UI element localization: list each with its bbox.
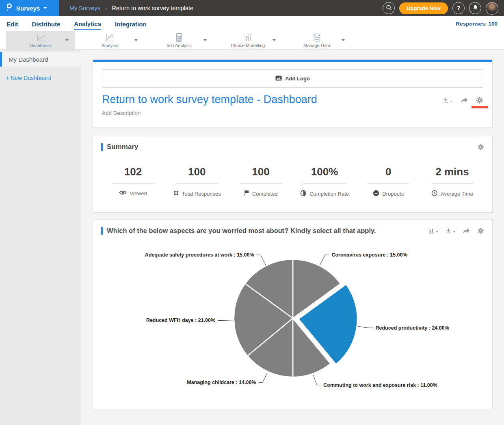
stat-value: 0 (357, 166, 420, 178)
download-button[interactable] (442, 97, 452, 104)
stat-label: Completion Rate (309, 191, 349, 197)
breadcrumb: My Surveys › Return to work survey templ… (69, 0, 193, 16)
stat-dropouts: 0 Dropouts (357, 166, 420, 198)
stat-label: Viewed (130, 190, 147, 196)
chevron-down-icon (450, 101, 452, 103)
breadcrumb-current-survey: Return to work survey template (112, 5, 193, 11)
stat-value: 2 mins (420, 166, 484, 178)
question-mark-icon: ? (457, 5, 461, 11)
add-logo-label: Add Logo (285, 76, 310, 82)
stat-value: 100 (165, 166, 229, 178)
chevron-down-icon (436, 231, 438, 234)
pie-label-leader-line (358, 326, 373, 328)
search-button[interactable] (383, 2, 395, 14)
stat-total-responses: 100 Total Responses (165, 166, 229, 198)
tab-integration[interactable]: Integration (115, 18, 147, 29)
chart-settings-button[interactable] (477, 227, 484, 234)
responses-count: Responses: 100 (456, 21, 498, 27)
stat-label: Total Responses (182, 191, 221, 197)
summary-title: Summary (107, 143, 138, 151)
chevron-down-icon[interactable] (65, 39, 69, 43)
stat-value: 100 (229, 166, 292, 178)
pie-label-leader-line (257, 255, 266, 265)
pie-slice-label: Reduced productivity : 24.00% (376, 325, 449, 331)
pie-slice-label: Coronavirus exposure : 15.00% (331, 252, 407, 258)
upgrade-now-button[interactable]: Upgrade Now (399, 2, 448, 14)
notifications-button[interactable] (469, 2, 481, 14)
pie-slice-label: Adequate safety procedures at work : 15.… (145, 252, 254, 258)
avatar[interactable] (486, 2, 498, 15)
add-description-button[interactable]: Add Description (93, 106, 492, 127)
topbar-actions: Upgrade Now ? (383, 0, 504, 16)
toolbar-tab-analysis[interactable]: Analysis (75, 31, 144, 49)
chevron-down-icon[interactable] (342, 39, 345, 43)
section-accent-bar (101, 227, 103, 235)
questionpro-logo-icon (5, 3, 13, 14)
bell-icon (472, 4, 478, 12)
tab-distribute[interactable]: Distribute (32, 18, 60, 29)
stat-value: 102 (101, 166, 165, 178)
dashboard-header-card: Add Logo Return to work survey template … (93, 59, 493, 128)
stat-completed: 100 Completed (229, 166, 292, 198)
eye-icon (119, 190, 127, 196)
toolbar-tab-choice-modelling[interactable]: Choice Modelling (213, 31, 282, 49)
chart-type-button[interactable] (428, 227, 438, 234)
choice-modelling-icon (243, 32, 253, 43)
pie-label-leader-line (320, 255, 329, 265)
sidebar-item-my-dashboard[interactable]: My Dashboard (0, 52, 81, 67)
contrast-circle-icon (300, 190, 307, 198)
toolbar-tab-label: Choice Modelling (231, 43, 265, 48)
dashboard-sidebar: My Dashboard + New Dashboard (0, 50, 81, 425)
new-dashboard-button[interactable]: + New Dashboard (6, 75, 81, 81)
breadcrumb-my-surveys[interactable]: My Surveys (69, 5, 100, 11)
database-icon (312, 32, 322, 43)
summary-settings-button[interactable] (477, 144, 484, 151)
stat-average-time: 2 mins Average Time (420, 166, 484, 198)
toolbar-tab-dashboard[interactable]: Dashboard (6, 31, 75, 49)
chevron-down-icon[interactable] (273, 39, 276, 43)
clock-icon (431, 190, 438, 198)
question-chart-card: Which of the below aspects are you worri… (93, 219, 493, 410)
chart-share-button[interactable] (462, 227, 470, 234)
share-button[interactable] (460, 97, 468, 104)
stat-label: Completed (252, 191, 278, 197)
image-icon (275, 76, 282, 82)
chevron-down-icon[interactable] (134, 39, 138, 43)
analysis-chart-icon (105, 32, 115, 43)
chevron-down-icon (453, 231, 455, 234)
toolbar-tab-manage-data[interactable]: Manage Data (282, 31, 351, 49)
toolbar-tab-text-analysis[interactable]: Text Analysis (144, 31, 213, 49)
survey-nav: Edit Distribute Analytics Integration Re… (0, 16, 504, 31)
product-name: Surveys (16, 5, 40, 12)
top-navbar: Surveys My Surveys › Return to work surv… (0, 0, 504, 16)
dots-grid-icon (173, 190, 179, 197)
summary-stats: 102 Viewed 100 (101, 166, 484, 198)
stat-label: Dropouts (382, 191, 404, 197)
dashboard-content: Add Logo Return to work survey template … (81, 50, 504, 425)
chevron-down-icon[interactable] (203, 39, 207, 43)
stat-viewed: 102 Viewed (101, 166, 165, 198)
toolbar-tab-label: Dashboard (30, 43, 52, 48)
stat-label: Average Time (441, 191, 473, 197)
dashboard-actions (442, 93, 483, 106)
card-accent-bar (93, 60, 492, 62)
minus-circle-icon (373, 190, 379, 198)
section-accent-bar (101, 143, 103, 151)
pie-label-leader-line (218, 320, 233, 321)
add-logo-button[interactable]: Add Logo (102, 69, 483, 88)
toolbar-tab-label: Analysis (102, 43, 118, 48)
settings-button[interactable] (476, 97, 483, 104)
dashboard-title[interactable]: Return to work survey template - Dashboa… (102, 93, 317, 106)
tab-edit[interactable]: Edit (6, 18, 18, 29)
chevron-down-icon (43, 7, 47, 11)
flag-icon (244, 190, 249, 197)
tab-analytics[interactable]: Analytics (74, 18, 101, 30)
chart-download-button[interactable] (445, 227, 455, 234)
pie-label-leader-line (313, 375, 321, 385)
product-switcher[interactable]: Surveys (0, 0, 59, 16)
text-analysis-icon (174, 32, 184, 43)
analytics-toolbar: Dashboard Analysis Text Analysis (0, 31, 504, 50)
help-button[interactable]: ? (452, 2, 465, 14)
stat-completion-rate: 100% Completion Rate (293, 166, 357, 198)
pie-slice-label: Commuting to work and exposure risk : 11… (323, 382, 437, 388)
